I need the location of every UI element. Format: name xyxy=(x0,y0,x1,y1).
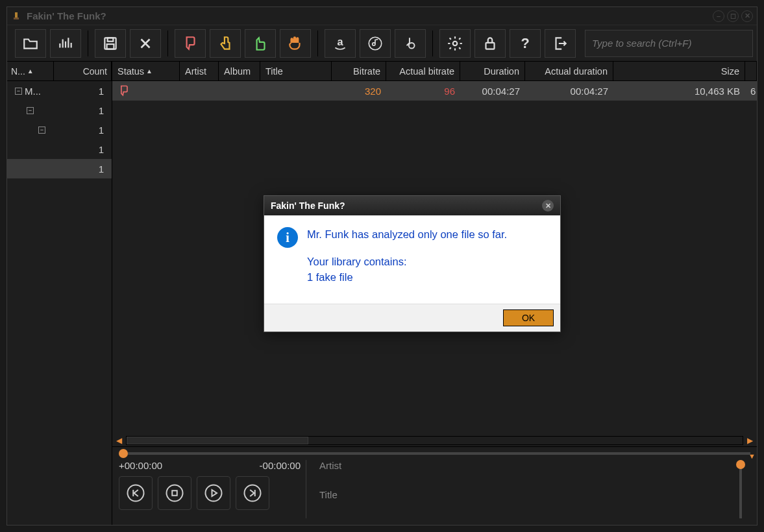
svg-rect-4 xyxy=(107,44,114,49)
col-bitrate[interactable]: Bitrate xyxy=(332,62,386,80)
collapse-icon[interactable]: − xyxy=(27,107,34,114)
itunes-button[interactable] xyxy=(360,29,391,58)
collapse-icon[interactable]: − xyxy=(15,88,22,95)
size-cell: 10,463 KB xyxy=(613,81,745,101)
tree-row[interactable]: −1 xyxy=(7,101,112,120)
folder-tree: N...▲ Count −M...1−1−111 xyxy=(7,62,112,525)
dialog-title: Fakin' The Funk? xyxy=(271,200,345,211)
toolbar: a ? xyxy=(7,25,757,62)
overflow-cell: 6 xyxy=(745,81,757,101)
tree-row[interactable]: 1 xyxy=(7,139,112,159)
info-icon: i xyxy=(277,227,298,248)
volume-slider[interactable] xyxy=(731,460,750,518)
tree-count: 1 xyxy=(99,163,109,175)
actual-duration-cell: 00:04:27 xyxy=(525,81,613,101)
col-size[interactable]: Size xyxy=(613,62,745,80)
open-folder-button[interactable] xyxy=(15,29,46,58)
svg-rect-13 xyxy=(172,490,177,496)
title-cell xyxy=(260,81,332,101)
table-row[interactable]: 3209600:04:2700:04:2710,463 KB6 xyxy=(112,81,757,101)
analyze-button[interactable] xyxy=(50,29,81,58)
volume-thumb[interactable] xyxy=(736,460,745,469)
svg-rect-3 xyxy=(108,38,114,41)
album-cell xyxy=(219,81,260,101)
duration-cell: 00:04:27 xyxy=(460,81,525,101)
col-artist[interactable]: Artist xyxy=(180,62,219,80)
svg-point-14 xyxy=(206,485,222,502)
svg-rect-9 xyxy=(486,42,495,49)
bitrate-cell: 320 xyxy=(332,81,386,101)
svg-rect-1 xyxy=(14,18,19,19)
close-button[interactable]: ✕ xyxy=(741,10,753,22)
svg-rect-0 xyxy=(15,12,18,18)
app-icon xyxy=(11,11,21,21)
settings-button[interactable] xyxy=(439,29,471,58)
seek-thumb[interactable] xyxy=(119,449,128,458)
svg-point-11 xyxy=(128,485,144,502)
tree-count: 1 xyxy=(99,144,109,155)
minimize-button[interactable]: – xyxy=(713,10,724,22)
svg-text:a: a xyxy=(337,36,343,47)
thumbs-down-button[interactable] xyxy=(175,29,206,58)
dialog-ok-button[interactable]: OK xyxy=(503,309,554,326)
horizontal-scrollbar[interactable]: ◀ ▶ xyxy=(112,435,757,446)
delete-button[interactable] xyxy=(130,29,161,58)
hand-stop-button[interactable] xyxy=(280,29,311,58)
seek-slider[interactable] xyxy=(119,452,750,455)
next-button[interactable] xyxy=(236,476,269,510)
player: +00:00:00 -00:00:00 xyxy=(112,446,757,525)
dialog-titlebar[interactable]: Fakin' The Funk? ✕ xyxy=(264,196,560,215)
remaining-time: -00:00:00 xyxy=(260,460,301,471)
col-overflow xyxy=(745,62,757,80)
tree-count: 1 xyxy=(99,105,109,116)
tree-label: M... xyxy=(25,86,99,97)
search-input[interactable] xyxy=(592,38,746,49)
tree-row[interactable]: −1 xyxy=(7,120,112,139)
player-title-label: Title xyxy=(319,489,726,500)
save-button[interactable] xyxy=(95,29,126,58)
search-box[interactable] xyxy=(585,30,753,57)
info-dialog: Fakin' The Funk? ✕ i Mr. Funk has analyz… xyxy=(264,195,561,332)
svg-text:?: ? xyxy=(521,35,529,51)
col-title[interactable]: Title xyxy=(260,62,332,80)
collapse-icon[interactable]: − xyxy=(38,127,45,134)
scroll-right-icon[interactable]: ▶ xyxy=(746,436,754,445)
tree-count: 1 xyxy=(99,125,109,136)
col-actual-bitrate[interactable]: Actual bitrate xyxy=(386,62,460,80)
col-album[interactable]: Album xyxy=(219,62,260,80)
actual-bitrate-cell: 96 xyxy=(386,81,460,101)
artist-cell xyxy=(180,81,219,101)
stop-button[interactable] xyxy=(158,476,191,510)
player-artist-label: Artist xyxy=(319,460,726,471)
prev-button[interactable] xyxy=(119,476,153,510)
help-button[interactable]: ? xyxy=(510,29,541,58)
svg-point-8 xyxy=(453,41,458,45)
lock-button[interactable] xyxy=(474,29,506,58)
svg-point-7 xyxy=(409,42,415,48)
play-button[interactable] xyxy=(197,476,230,510)
scrollbar-thumb[interactable] xyxy=(127,437,308,444)
tree-row[interactable]: 1 xyxy=(7,159,112,178)
scroll-left-icon[interactable]: ◀ xyxy=(115,436,123,445)
titlebar: Fakin' The Funk? – ◻ ✕ xyxy=(7,7,757,25)
beatport-button[interactable] xyxy=(395,29,426,58)
svg-point-15 xyxy=(245,485,261,502)
exit-button[interactable] xyxy=(545,29,576,58)
elapsed-time: +00:00:00 xyxy=(119,460,162,471)
point-up-button[interactable] xyxy=(210,29,241,58)
thumbs-up-button[interactable] xyxy=(245,29,276,58)
tree-header-name[interactable]: N...▲ xyxy=(7,62,54,80)
maximize-button[interactable]: ◻ xyxy=(727,10,739,22)
dialog-message: Mr. Funk has analyzed only one file so f… xyxy=(307,227,507,285)
col-status[interactable]: Status▲ xyxy=(112,62,180,80)
dialog-close-button[interactable]: ✕ xyxy=(542,200,554,212)
amazon-button[interactable]: a xyxy=(325,29,356,58)
tree-row[interactable]: −M...1 xyxy=(7,81,112,101)
tree-count: 1 xyxy=(99,86,109,97)
col-actual-duration[interactable]: Actual duration xyxy=(525,62,613,80)
col-duration[interactable]: Duration xyxy=(460,62,525,80)
window-title: Fakin' The Funk? xyxy=(27,10,106,21)
status-cell xyxy=(112,81,180,101)
tree-header-count[interactable]: Count xyxy=(54,62,112,80)
svg-point-12 xyxy=(167,485,183,502)
